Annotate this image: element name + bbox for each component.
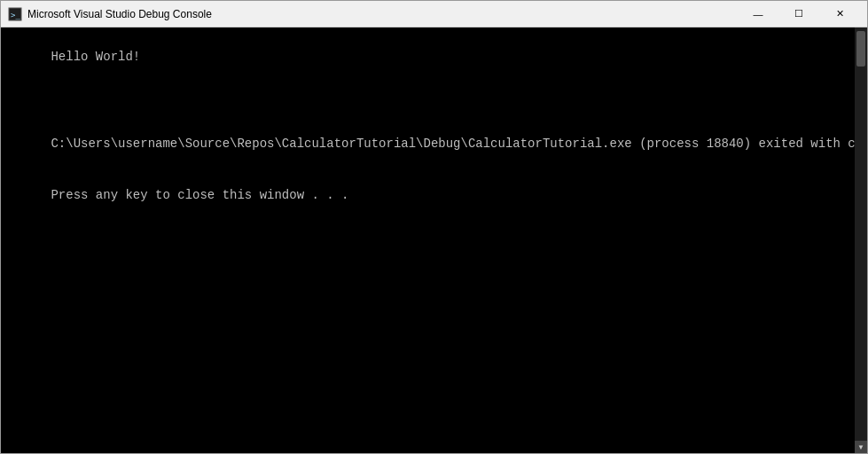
minimize-button[interactable]: — — [738, 1, 778, 27]
window-controls: — ☐ ✕ — [738, 1, 860, 27]
output-line-1: Hello World! — [51, 50, 140, 64]
window: >_ Microsoft Visual Studio Debug Console… — [0, 0, 868, 454]
title-bar: >_ Microsoft Visual Studio Debug Console… — [1, 1, 867, 27]
close-button[interactable]: ✕ — [819, 1, 860, 27]
window-title: Microsoft Visual Studio Debug Console — [27, 8, 738, 20]
scrollbar-thumb[interactable] — [856, 31, 865, 67]
scrollbar-down-button[interactable]: ▼ — [855, 441, 867, 453]
console-output: Hello World! C:\Users\username\Source\Re… — [6, 31, 862, 223]
maximize-button[interactable]: ☐ — [778, 1, 819, 27]
output-line-4: Press any key to close this window . . . — [51, 188, 348, 202]
output-line-3: C:\Users\username\Source\Repos\Calculato… — [51, 137, 867, 151]
app-icon: >_ — [8, 7, 22, 21]
scrollbar[interactable]: ▼ — [855, 27, 867, 453]
svg-text:>_: >_ — [11, 11, 20, 20]
console-area: Hello World! C:\Users\username\Source\Re… — [1, 27, 867, 453]
